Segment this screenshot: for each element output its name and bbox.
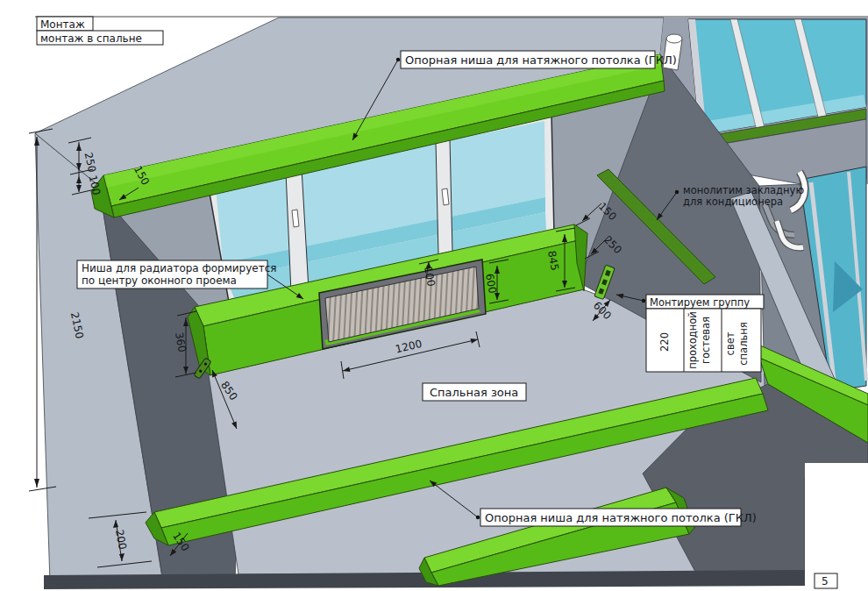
- bottom-niche-label: Опорная ниша для натяжного потолка (ГКЛ): [485, 511, 757, 524]
- switch-group-title: Монтируем группу: [650, 296, 750, 309]
- group-cell-prohodnoy: проходной: [687, 311, 699, 369]
- conditioner-note-line2: для кондиционера: [683, 196, 783, 208]
- radiator-note-line2: по центру оконного проема: [82, 274, 237, 287]
- conditioner-note-line1: монолитим закладную: [683, 184, 804, 196]
- group-cell-gostevaya: гостевая: [700, 317, 712, 364]
- zone-label: Спальная зона: [430, 386, 518, 399]
- arrowhead: [34, 479, 39, 488]
- page-number: 5: [822, 575, 829, 587]
- group-cell-svet: свет: [724, 331, 736, 355]
- group-cell-220: 220: [658, 332, 671, 352]
- vent-pipe-top: [666, 34, 682, 43]
- sheet-subtitle: монтаж в спальне: [40, 32, 142, 45]
- sheet-corner: [805, 463, 868, 591]
- group-cell-spalnya: спальня: [737, 322, 750, 365]
- sheet-title: Монтаж: [40, 18, 85, 31]
- scene-canvas: 250 100 150 2150 360 850 200 150 1200 10…: [0, 0, 868, 591]
- top-niche-label: Опорная ниша для натяжного потолка (ГКЛ): [405, 53, 677, 67]
- radiator-note-line1: Ниша для радиатора формируется: [82, 262, 277, 274]
- drawing-sheet: 250 100 150 2150 360 850 200 150 1200 10…: [0, 0, 868, 591]
